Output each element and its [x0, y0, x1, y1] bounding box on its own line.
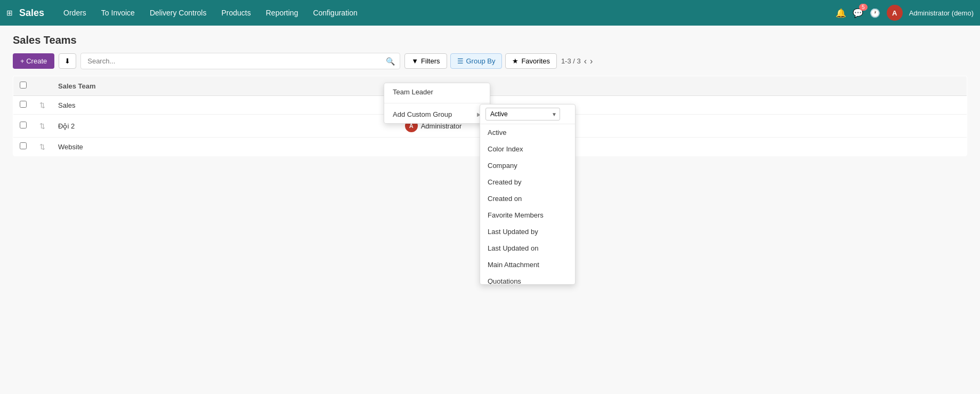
row-extra-2 — [877, 115, 967, 138]
custom-group-select[interactable]: Active Color Index Company Created by Cr… — [485, 108, 560, 120]
row-checkbox-2[interactable] — [13, 115, 34, 138]
submenu-item-active[interactable]: Active — [480, 124, 575, 141]
group-by-icon: ☰ — [457, 57, 464, 65]
create-button[interactable]: + Create — [13, 53, 54, 69]
submenu-list: Active Color Index Company Created by Cr… — [480, 124, 575, 165]
notification-bell-icon[interactable]: 🔔 — [836, 8, 846, 18]
custom-group-submenu: Active Color Index Company Created by Cr… — [480, 104, 576, 165]
add-custom-group-label: Add Custom Group — [393, 110, 452, 118]
team-name-1[interactable]: Sales — [52, 96, 399, 115]
team-name-2[interactable]: Đội 2 — [52, 115, 399, 138]
avatar[interactable]: A — [887, 5, 903, 21]
top-nav: ⊞ Sales Orders To Invoice Delivery Contr… — [0, 0, 980, 26]
search-icon: 🔍 — [386, 57, 395, 66]
group-by-label: Group By — [466, 57, 496, 65]
filter-icon: ▼ — [411, 57, 418, 65]
select-all-checkbox[interactable] — [13, 76, 34, 96]
nav-to-invoice[interactable]: To Invoice — [95, 5, 141, 20]
group-by-team-leader-item[interactable]: Team Leader — [384, 83, 490, 101]
pagination: 1-3 / 3 ‹ › — [561, 57, 593, 66]
page-title: Sales Teams — [13, 34, 967, 46]
team-name-3[interactable]: Website — [52, 138, 399, 156]
nav-configuration[interactable]: Configuration — [306, 5, 363, 20]
favorites-button[interactable]: ★ Favorites — [505, 53, 556, 69]
nav-reporting[interactable]: Reporting — [260, 5, 305, 20]
search-bar: 🔍 — [80, 53, 400, 69]
nav-icons: 🔔 💬 5 🕐 A Administrator (demo) — [836, 5, 974, 21]
chat-icon[interactable]: 💬 5 — [853, 8, 863, 18]
nav-delivery-controls[interactable]: Delivery Controls — [143, 5, 213, 20]
chat-badge: 5 — [859, 4, 868, 11]
prev-page-button[interactable]: ‹ — [584, 57, 587, 66]
row-checkbox-3[interactable] — [13, 138, 34, 156]
download-button[interactable]: ⬇ — [59, 53, 76, 69]
favorites-label: Favorites — [521, 57, 549, 65]
team-leader-option-label: Team Leader — [393, 88, 433, 96]
nav-products[interactable]: Products — [215, 5, 257, 20]
star-icon: ★ — [512, 57, 519, 65]
submenu-select-wrapper: Active Color Index Company Created by Cr… — [485, 108, 560, 120]
row-handle-1[interactable]: ⇅ — [33, 96, 52, 115]
dropdown-divider — [384, 103, 490, 103]
group-by-button[interactable]: ☰ Group By — [450, 53, 503, 69]
submenu-item-color-index[interactable]: Color Index — [480, 141, 575, 157]
pagination-label: 1-3 / 3 — [561, 57, 581, 65]
handle-header — [33, 76, 52, 96]
user-name-label[interactable]: Administrator (demo) — [909, 9, 974, 17]
clock-icon[interactable]: 🕐 — [870, 8, 880, 18]
filters-label: Filters — [421, 57, 440, 65]
submenu-header: Active Color Index Company Created by Cr… — [480, 104, 575, 124]
sales-team-column-header: Sales Team — [52, 76, 399, 96]
next-page-button[interactable]: › — [590, 57, 593, 66]
filters-button[interactable]: ▼ Filters — [404, 53, 447, 69]
add-custom-group-item[interactable]: Add Custom Group — [384, 106, 490, 123]
submenu-item-company[interactable]: Company — [480, 157, 575, 165]
app-grid-icon[interactable]: ⊞ — [6, 9, 13, 17]
row-handle-2[interactable]: ⇅ — [33, 115, 52, 138]
search-input[interactable] — [80, 53, 400, 69]
nav-orders[interactable]: Orders — [57, 5, 93, 20]
toolbar: + Create ⬇ 🔍 ▼ Filters ☰ Group By ★ Favo… — [13, 53, 967, 69]
group-by-dropdown: Team Leader Add Custom Group — [384, 83, 490, 124]
app-name[interactable]: Sales — [19, 7, 44, 19]
row-handle-3[interactable]: ⇅ — [33, 138, 52, 156]
row-checkbox-1[interactable] — [13, 96, 34, 115]
